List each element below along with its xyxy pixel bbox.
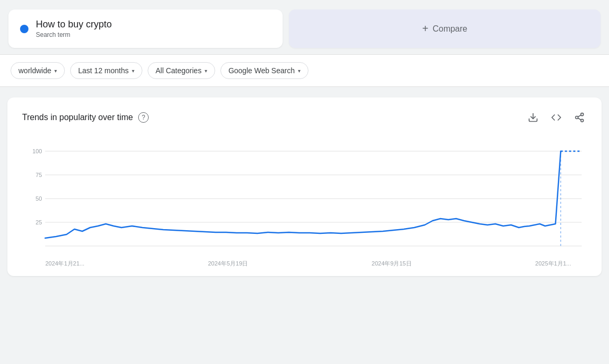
filters-bar: worldwide ▾ Last 12 months ▾ All Categor…	[0, 54, 609, 87]
x-label-jan2024: 2024年1月21...	[45, 260, 84, 268]
time-range-label: Last 12 months	[78, 66, 129, 75]
help-icon[interactable]: ?	[138, 112, 149, 123]
time-range-filter[interactable]: Last 12 months ▾	[70, 62, 142, 79]
x-label-sep2024: 2024年9月15日	[372, 260, 412, 268]
x-axis-labels: 2024年1月21... 2024年5月19日 2024年9月15日 2025年…	[22, 260, 587, 268]
svg-text:75: 75	[36, 172, 42, 178]
svg-text:100: 100	[33, 148, 42, 154]
trend-chart: 100 75 50 25	[22, 141, 587, 257]
time-range-chevron-icon: ▾	[132, 68, 134, 74]
x-label-may2024: 2024年5月19日	[208, 260, 248, 268]
chart-section: Trends in popularity over time ?	[7, 97, 602, 276]
compare-label: Compare	[432, 24, 467, 34]
region-filter[interactable]: worldwide ▾	[11, 62, 65, 79]
top-section: How to buy crypto Search term + Compare	[0, 0, 609, 54]
svg-text:50: 50	[36, 195, 42, 202]
svg-line-4	[578, 118, 581, 120]
search-term-subtitle: Search term	[36, 31, 112, 38]
categories-chevron-icon: ▾	[205, 68, 207, 74]
svg-line-5	[578, 115, 581, 116]
x-label-jan2025: 2025年1月1...	[535, 260, 571, 268]
categories-filter[interactable]: All Categories ▾	[148, 62, 215, 79]
embed-button[interactable]	[549, 110, 564, 125]
region-chevron-icon: ▾	[54, 68, 57, 74]
share-button[interactable]	[572, 110, 587, 125]
search-type-label: Google Web Search	[228, 66, 295, 75]
chart-title: Trends in popularity over time	[22, 113, 133, 122]
svg-text:25: 25	[36, 219, 42, 225]
search-type-filter[interactable]: Google Web Search ▾	[220, 62, 308, 79]
compare-plus-icon: +	[422, 23, 429, 35]
region-label: worldwide	[18, 66, 51, 75]
search-type-chevron-icon: ▾	[298, 68, 301, 74]
search-term-card: How to buy crypto Search term	[8, 9, 283, 48]
compare-card[interactable]: + Compare	[289, 9, 601, 48]
search-term-text: How to buy crypto Search term	[36, 19, 112, 38]
chart-actions	[526, 110, 587, 125]
search-term-dot	[20, 25, 28, 33]
categories-label: All Categories	[156, 66, 201, 75]
search-term-title: How to buy crypto	[36, 19, 112, 30]
download-button[interactable]	[526, 110, 540, 125]
chart-area: 100 75 50 25	[22, 141, 587, 257]
chart-title-group: Trends in popularity over time ?	[22, 112, 149, 123]
chart-header: Trends in popularity over time ?	[22, 110, 587, 125]
